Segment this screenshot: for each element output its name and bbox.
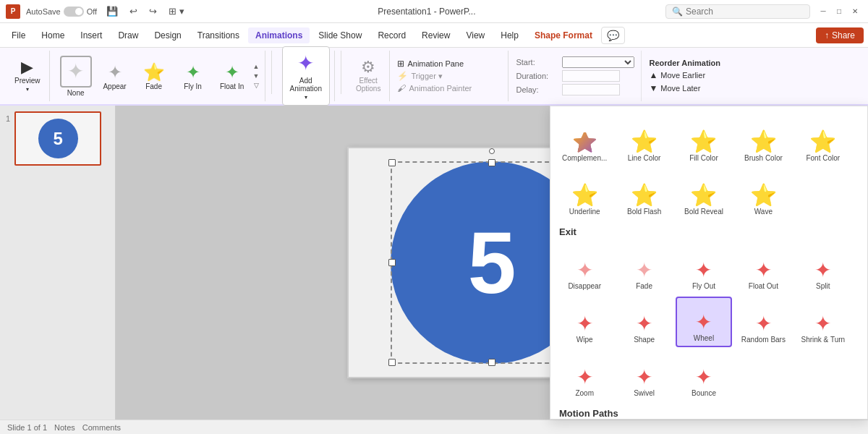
anim-fade-label: Fade bbox=[145, 82, 162, 90]
anim-fade-exit[interactable]: ✦ Fade bbox=[616, 243, 672, 294]
anim-bold-reveal[interactable]: ⭐ Bold Reveal bbox=[676, 169, 732, 219]
main-area: 1 5 bbox=[0, 106, 868, 420]
anim-swivel[interactable]: ✦ Swivel bbox=[616, 350, 672, 401]
float-out-icon: ✦ bbox=[755, 260, 772, 281]
anim-appear-label: Appear bbox=[103, 82, 126, 90]
disappear-label: Disappear bbox=[568, 282, 601, 291]
anim-wave[interactable]: ⭐ Wave bbox=[735, 169, 791, 219]
anim-fly-in[interactable]: ✦ Fly In bbox=[174, 59, 212, 93]
anim-shape[interactable]: ✦ Shape bbox=[616, 297, 672, 347]
comments-label[interactable]: Comments bbox=[82, 423, 121, 432]
add-animation-button[interactable]: ✦ AddAnimation ▾ bbox=[282, 46, 330, 106]
menu-bar: File Home Insert Draw Design Transitions… bbox=[0, 23, 868, 48]
menu-home[interactable]: Home bbox=[34, 27, 72, 43]
shape-label: Shape bbox=[634, 336, 655, 344]
animation-pane-button[interactable]: ⊞ Animation Pane bbox=[397, 59, 464, 69]
share-button[interactable]: ↑ Share bbox=[816, 27, 864, 43]
slide-circle-number: 5 bbox=[53, 129, 62, 149]
handle-rotation[interactable] bbox=[489, 148, 495, 154]
comment-button[interactable]: 💬 bbox=[601, 27, 625, 44]
animation-pane-label: Animation Pane bbox=[407, 59, 464, 68]
underline-icon: ⭐ bbox=[571, 184, 598, 206]
redo-button[interactable]: ↪ bbox=[145, 4, 161, 18]
undo-button[interactable]: ↩ bbox=[126, 4, 141, 18]
menu-insert[interactable]: Insert bbox=[73, 27, 109, 43]
anim-appear[interactable]: ✦ Appear bbox=[96, 59, 134, 93]
anim-line-color[interactable]: ⭐ Line Color bbox=[616, 115, 672, 166]
anim-disappear[interactable]: ✦ Disappear bbox=[556, 243, 613, 294]
handle-tc[interactable] bbox=[488, 159, 495, 166]
anim-float-in[interactable]: ✦ Float In bbox=[213, 59, 251, 93]
trigger-button[interactable]: ⚡ Trigger ▾ bbox=[397, 71, 443, 81]
menu-transitions[interactable]: Transitions bbox=[190, 27, 247, 43]
anim-bold-flash[interactable]: ⭐ Bold Flash bbox=[616, 169, 672, 219]
anim-wheel[interactable]: ✦ Wheel bbox=[676, 297, 732, 347]
animation-painter-button[interactable]: 🖌 Animation Painter bbox=[397, 83, 472, 93]
duration-row: Duration: bbox=[516, 70, 620, 82]
anim-random-bars[interactable]: ✦ Random Bars bbox=[735, 297, 791, 347]
menu-slideshow[interactable]: Slide Show bbox=[311, 27, 369, 43]
anim-underline[interactable]: ⭐ Underline bbox=[556, 169, 613, 219]
slide-thumbnail-1[interactable]: 1 5 bbox=[6, 111, 109, 166]
menu-help[interactable]: Help bbox=[493, 27, 526, 43]
ribbon-scroll-controls: ▲ ▼ ▽ bbox=[252, 62, 260, 90]
bounce-icon: ✦ bbox=[695, 367, 712, 388]
anim-wipe[interactable]: ✦ Wipe bbox=[556, 297, 613, 347]
duration-label: Duration: bbox=[516, 72, 559, 80]
title-bar: P AutoSave Off 💾 ↩ ↪ ⊞ ▾ Presentation1 -… bbox=[0, 0, 868, 23]
delay-input[interactable] bbox=[562, 84, 620, 95]
anim-fill-color[interactable]: ⭐ Fill Color bbox=[676, 115, 732, 166]
handle-ml[interactable] bbox=[388, 259, 396, 266]
menu-file[interactable]: File bbox=[4, 27, 33, 43]
duration-input[interactable] bbox=[562, 70, 620, 82]
scroll-up-button[interactable]: ▲ bbox=[252, 62, 260, 71]
split-label: Split bbox=[816, 282, 830, 291]
anim-zoom[interactable]: ✦ Zoom bbox=[556, 350, 613, 401]
handle-tl[interactable] bbox=[388, 159, 396, 166]
shrink-turn-label: Shrink & Turn bbox=[801, 336, 846, 344]
underline-label: Underline bbox=[569, 208, 600, 216]
anim-fly-out[interactable]: ✦ Fly Out bbox=[676, 243, 732, 294]
anim-shrink-turn[interactable]: ✦ Shrink & Turn bbox=[795, 297, 851, 347]
menu-animations[interactable]: Animations bbox=[248, 27, 310, 43]
anim-none[interactable]: ✦ None bbox=[57, 53, 95, 100]
bold-flash-label: Bold Flash bbox=[627, 208, 661, 216]
anim-none-icon: ✦ bbox=[60, 56, 92, 88]
anim-font-color[interactable]: ⭐ Font Color bbox=[795, 115, 851, 166]
minimize-button[interactable]: ─ bbox=[816, 4, 830, 19]
menu-view[interactable]: View bbox=[459, 27, 492, 43]
anim-bounce[interactable]: ✦ Bounce bbox=[676, 350, 732, 401]
bold-flash-icon: ⭐ bbox=[631, 184, 658, 206]
effect-options-button[interactable]: ⚙ EffectOptions bbox=[352, 56, 385, 95]
preview-button[interactable]: ▶ Preview ▾ bbox=[10, 56, 45, 95]
search-input[interactable] bbox=[686, 7, 794, 17]
autosave-toggle[interactable] bbox=[64, 7, 84, 17]
menu-shape-format[interactable]: Shape Format bbox=[527, 27, 600, 43]
handle-bc[interactable] bbox=[488, 359, 495, 366]
maximize-button[interactable]: □ bbox=[832, 4, 846, 19]
add-animation-icon: ✦ bbox=[297, 51, 314, 75]
exit-section: Exit ✦ Disappear ✦ Fade bbox=[556, 222, 851, 404]
anim-complementary[interactable]: ⭐ Complemen... bbox=[556, 115, 613, 166]
menu-design[interactable]: Design bbox=[147, 27, 188, 43]
anim-split[interactable]: ✦ Split bbox=[795, 243, 851, 294]
menu-review[interactable]: Review bbox=[414, 27, 457, 43]
anim-brush-color[interactable]: ⭐ Brush Color bbox=[735, 115, 791, 166]
move-later-button[interactable]: ▼ Move Later bbox=[649, 83, 700, 93]
scroll-more-button[interactable]: ▽ bbox=[252, 81, 260, 90]
notes-label[interactable]: Notes bbox=[54, 423, 75, 432]
menu-draw[interactable]: Draw bbox=[111, 27, 145, 43]
float-out-label: Float Out bbox=[749, 282, 778, 291]
move-earlier-button[interactable]: ▲ Move Earlier bbox=[649, 70, 705, 80]
fly-out-icon: ✦ bbox=[695, 260, 712, 281]
anim-fade[interactable]: ⭐ Fade bbox=[135, 59, 173, 93]
menu-record[interactable]: Record bbox=[370, 27, 413, 43]
close-button[interactable]: ✕ bbox=[848, 4, 862, 19]
scroll-down-button[interactable]: ▼ bbox=[252, 72, 260, 80]
ribbon-group-advanced: ⊞ Animation Pane ⚡ Trigger ▾ 🖌 Animation… bbox=[393, 51, 509, 101]
start-select[interactable] bbox=[562, 56, 634, 68]
handle-bl[interactable] bbox=[388, 359, 396, 366]
save-button[interactable]: 💾 bbox=[103, 4, 122, 18]
customize-button[interactable]: ⊞ ▾ bbox=[165, 4, 188, 18]
anim-float-out[interactable]: ✦ Float Out bbox=[735, 243, 791, 294]
